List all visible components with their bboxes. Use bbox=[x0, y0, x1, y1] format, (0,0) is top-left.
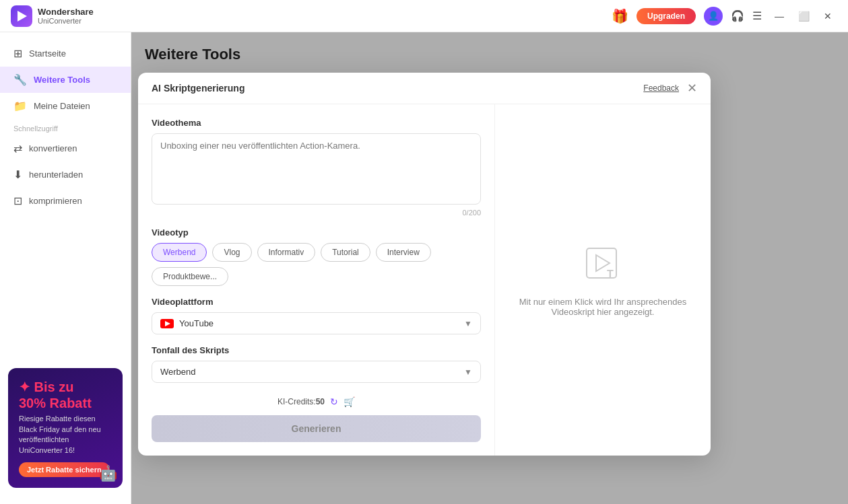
sidebar-item-herunterladen[interactable]: ⬇ herunterladen bbox=[0, 161, 131, 188]
sidebar-label-meine-dateien: Meine Dateien bbox=[34, 101, 90, 111]
type-btn-interview[interactable]: Interview bbox=[376, 243, 431, 262]
videoplattform-label: Videoplattform bbox=[152, 297, 481, 307]
youtube-icon bbox=[160, 319, 174, 328]
videothema-textarea[interactable] bbox=[160, 141, 472, 194]
app-name-block: Wondershare UniConverter bbox=[38, 7, 94, 26]
maximize-button[interactable]: ⬜ bbox=[794, 7, 813, 26]
minimize-button[interactable]: — bbox=[770, 7, 789, 26]
credits-row: KI-Credits:50 ↻ 🛒 bbox=[152, 396, 481, 407]
dialog-right-panel: T Mit nur einem Klick wird Ihr anspreche… bbox=[495, 104, 711, 456]
sidebar-item-weitere-tools[interactable]: 🔧 Weitere Tools bbox=[0, 67, 131, 93]
videotyp-label: Videotyp bbox=[152, 227, 481, 238]
promo-ai-icon: 🤖 bbox=[99, 465, 117, 482]
compress-icon: ⊡ bbox=[13, 194, 22, 207]
menu-icon[interactable]: ☰ bbox=[752, 9, 762, 22]
dialog-left-panel: Videothema 0/200 Videotyp Werbend Vlog I… bbox=[138, 104, 495, 456]
title-bar-left: Wondershare UniConverter bbox=[11, 5, 94, 27]
refresh-icon[interactable]: ↻ bbox=[330, 396, 338, 407]
tonfall-section: Tonfall des Skripts Werbend Informativ F… bbox=[152, 345, 481, 383]
videotyp-section: Videotyp Werbend Vlog Informativ Tutoria… bbox=[152, 227, 481, 286]
title-bar: Wondershare UniConverter 🎁 Upgraden 👤 🎧 … bbox=[0, 0, 848, 32]
promo-subtitle: Riesige Rabatte diesen Black Friday auf … bbox=[19, 414, 112, 456]
sidebar-label-weitere-tools: Weitere Tools bbox=[34, 75, 90, 85]
promo-banner: ✦ Bis zu 30% Rabatt Riesige Rabatte dies… bbox=[8, 368, 123, 488]
dialog-title: AI Skriptgenerierung bbox=[152, 83, 244, 94]
sidebar-item-konvertieren[interactable]: ⇄ konvertieren bbox=[0, 135, 131, 161]
videoplattform-section: Videoplattform YouTube TikTok Instagram bbox=[152, 297, 481, 334]
main-content: ⊞ Startseite 🔧 Weitere Tools 📁 Meine Dat… bbox=[0, 32, 848, 504]
sidebar-label-konvertieren: konvertieren bbox=[29, 143, 77, 153]
platform-chevron-icon: ▼ bbox=[464, 319, 472, 328]
sidebar-label-startseite: Startseite bbox=[29, 48, 66, 59]
type-btn-tutorial[interactable]: Tutorial bbox=[321, 243, 370, 262]
credits-label: KI-Credits:50 bbox=[278, 397, 325, 406]
sidebar-item-meine-dateien[interactable]: 📁 Meine Dateien bbox=[0, 93, 131, 119]
promo-cta-button[interactable]: Jetzt Rabatte sichern bbox=[19, 462, 110, 477]
dialog-header-right: Feedback ✕ bbox=[643, 82, 697, 94]
type-btn-produktbewertung[interactable]: Produktbewe... bbox=[152, 267, 228, 286]
script-placeholder-text: Mit nur einem Klick wird Ihr ansprechend… bbox=[509, 297, 697, 317]
window-controls: — ⬜ ✕ bbox=[770, 7, 837, 26]
cart-icon[interactable]: 🛒 bbox=[344, 396, 355, 407]
type-btn-informativ[interactable]: Informativ bbox=[257, 243, 316, 262]
upgrade-button[interactable]: Upgraden bbox=[637, 8, 696, 24]
tonfall-label: Tonfall des Skripts bbox=[152, 345, 481, 355]
sidebar: ⊞ Startseite 🔧 Weitere Tools 📁 Meine Dat… bbox=[0, 32, 131, 504]
app-sub: UniConverter bbox=[38, 17, 94, 25]
home-icon: ⊞ bbox=[13, 47, 22, 60]
files-icon: 📁 bbox=[13, 100, 27, 112]
title-bar-right: 🎁 Upgraden 👤 🎧 ☰ — ⬜ ✕ bbox=[612, 7, 837, 26]
svg-text:T: T bbox=[607, 268, 614, 280]
tools-icon: 🔧 bbox=[13, 73, 27, 86]
sidebar-label-komprimieren: komprimieren bbox=[29, 196, 82, 206]
feedback-link[interactable]: Feedback bbox=[643, 83, 679, 93]
sidebar-label-herunterladen: herunterladen bbox=[29, 170, 83, 180]
download-icon: ⬇ bbox=[13, 168, 22, 181]
quick-access-label: Schnellzugriff bbox=[0, 119, 131, 135]
type-btn-werbend[interactable]: Werbend bbox=[152, 243, 207, 262]
ai-script-dialog: AI Skriptgenerierung Feedback ✕ Videothe… bbox=[138, 73, 711, 456]
page-content: Weitere Tools AI Skriptgenerierung Feedb… bbox=[131, 32, 848, 504]
avatar-icon: 👤 bbox=[708, 11, 719, 21]
script-placeholder-icon: T bbox=[581, 243, 624, 286]
user-avatar[interactable]: 👤 bbox=[704, 7, 723, 26]
gift-icon[interactable]: 🎁 bbox=[612, 8, 628, 24]
app-logo-icon bbox=[18, 11, 27, 22]
dialog-close-button[interactable]: ✕ bbox=[687, 82, 697, 94]
convert-icon: ⇄ bbox=[13, 142, 22, 155]
dialog-header: AI Skriptgenerierung Feedback ✕ bbox=[138, 73, 711, 104]
headset-icon[interactable]: 🎧 bbox=[731, 9, 744, 22]
generate-button[interactable]: Generieren bbox=[152, 415, 481, 442]
dialog-body: Videothema 0/200 Videotyp Werbend Vlog I… bbox=[138, 104, 711, 456]
sidebar-item-komprimieren[interactable]: ⊡ komprimieren bbox=[0, 188, 131, 214]
credits-value: 50 bbox=[316, 397, 325, 406]
tone-chevron-icon: ▼ bbox=[464, 367, 472, 377]
platform-select-wrap[interactable]: YouTube TikTok Instagram ▼ bbox=[152, 312, 481, 334]
promo-title: ✦ Bis zu 30% Rabatt bbox=[19, 379, 112, 411]
videothema-label: Videothema bbox=[152, 118, 481, 128]
char-count: 0/200 bbox=[152, 209, 481, 217]
videothema-textarea-wrap bbox=[152, 133, 481, 205]
type-buttons-group: Werbend Vlog Informativ Tutorial Intervi… bbox=[152, 243, 481, 286]
tone-select[interactable]: Werbend Informativ Freundlich bbox=[160, 367, 472, 377]
type-btn-vlog[interactable]: Vlog bbox=[212, 243, 251, 262]
platform-select[interactable]: YouTube TikTok Instagram bbox=[179, 318, 472, 328]
tone-select-wrap[interactable]: Werbend Informativ Freundlich ▼ bbox=[152, 361, 481, 383]
app-logo bbox=[11, 5, 32, 27]
sidebar-item-startseite[interactable]: ⊞ Startseite bbox=[0, 40, 131, 67]
app-window: Wondershare UniConverter 🎁 Upgraden 👤 🎧 … bbox=[0, 0, 848, 504]
app-name: Wondershare bbox=[38, 7, 94, 17]
close-window-button[interactable]: ✕ bbox=[818, 7, 837, 26]
youtube-play-icon bbox=[165, 321, 170, 326]
